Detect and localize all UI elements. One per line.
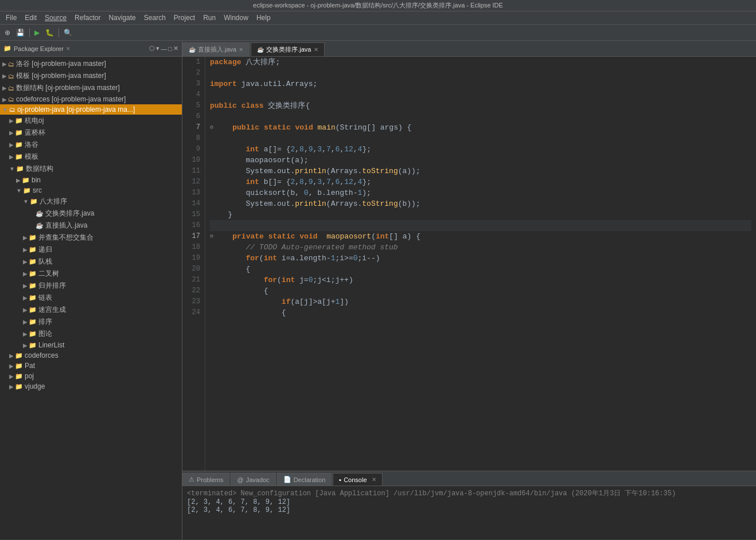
pe-controls: ⬡ ▾ — □ ✕: [149, 45, 178, 52]
code-line-19: for(int i=a.length-1;i>=0;i--): [210, 253, 751, 264]
tree-item-oj-problem-java[interactable]: ▼ 🗂 oj-problem-java [oj-problem-java ma.…: [0, 104, 182, 115]
tree-item-codeforces2[interactable]: ▶ 📁 codeforces: [0, 350, 182, 361]
code-indent: [210, 166, 245, 177]
bottom-tabs: ⚠ Problems @ Javadoc 📄 Declaration ▪ Con…: [182, 471, 756, 486]
bottom-tab-problems[interactable]: ⚠ Problems: [182, 473, 229, 486]
pe-menu-btn[interactable]: ▾: [156, 45, 159, 52]
tree-item-bin[interactable]: ▶ 📁 bin: [0, 175, 182, 185]
tree-label: 队栈: [38, 257, 52, 267]
project-icon: 🗂: [8, 61, 14, 68]
console-output-1: [2, 3, 4, 6, 7, 8, 9, 12]: [187, 498, 751, 506]
menu-edit[interactable]: Edit: [21, 13, 40, 23]
tree-item-digui[interactable]: ▶ 📁 递归: [0, 244, 182, 256]
bottom-tab-declaration[interactable]: 📄 Declaration: [277, 473, 332, 486]
tab-jiaohuan[interactable]: ☕ 交换类排序.java ✕: [251, 42, 324, 56]
tree-arrow: ▶: [23, 246, 28, 253]
menu-navigate[interactable]: Navigate: [105, 13, 139, 23]
tree-item-luogu[interactable]: ▶ 🗂 洛谷 [oj-problem-java master]: [0, 58, 182, 70]
code-text: (Arrays.: [326, 166, 362, 177]
problems-icon: ⚠: [189, 476, 194, 483]
tab-zhijie[interactable]: ☕ 直接插入.java ✕: [182, 42, 250, 56]
tree-item-moban[interactable]: ▶ 🗂 模板 [oj-problem-java master]: [0, 70, 182, 82]
tree-item-migong[interactable]: ▶ 📁 迷宫生成: [0, 304, 182, 316]
console-tab-close[interactable]: ✕: [372, 476, 376, 483]
menu-help[interactable]: Help: [253, 13, 274, 23]
tree-arrow: ▶: [16, 177, 21, 183]
tree-item-tulun[interactable]: ▶ 📁 图论: [0, 328, 182, 340]
project-icon: 🗂: [8, 85, 14, 92]
code-text: [295, 231, 299, 242]
kw-int3: int: [264, 253, 277, 264]
pe-collapse-btn[interactable]: ⬡: [149, 45, 155, 52]
tree-item-poj[interactable]: ▶ 📁 poj: [0, 371, 182, 381]
kw-import: import: [210, 79, 237, 89]
bottom-tab-console[interactable]: ▪ Console ✕: [333, 473, 382, 486]
tree-item-paixu[interactable]: ▶ 📁 排序: [0, 316, 182, 328]
toolbar-new-btn[interactable]: ⊕: [2, 28, 13, 38]
toolbar-search-btn[interactable]: 🔍: [61, 28, 75, 38]
tree-item-codeforces1[interactable]: ▶ 🗂 codeforces [oj-problem-java master]: [0, 94, 182, 104]
tree-arrow: ▼: [2, 107, 8, 113]
pe-min-btn[interactable]: —: [161, 45, 167, 52]
pe-max-btn[interactable]: □: [168, 45, 172, 52]
tree-label: 排序: [38, 317, 52, 327]
code-line-10: maopaosort(a);: [210, 155, 751, 166]
tree-item-jiaohuan[interactable]: ▶ ☕ 交换类排序.java: [0, 208, 182, 220]
toolbar: ⊕ 💾 ▶ 🐛 🔍: [0, 25, 756, 41]
tree-item-ercha[interactable]: ▶ 📁 二叉树: [0, 268, 182, 280]
code-indent: [210, 264, 245, 275]
folder-icon: 📁: [29, 258, 37, 265]
tree-item-bada[interactable]: ▼ 📁 八大排序: [0, 195, 182, 208]
code-line-24: {: [210, 307, 751, 318]
tree-item-guibing[interactable]: ▶ 📁 归并排序: [0, 280, 182, 292]
menu-window[interactable]: Window: [220, 13, 252, 23]
folder-icon: 📁: [15, 153, 23, 161]
method-tostring: toString: [362, 166, 398, 177]
tree-label: codeforces: [25, 351, 59, 359]
menu-source[interactable]: Source: [41, 13, 70, 23]
fold-marker-7[interactable]: ⊖: [210, 122, 213, 133]
tree-item-bingchaji[interactable]: ▶ 📁 并查集不想交集合: [0, 232, 182, 244]
code-text: (Arrays.: [326, 198, 362, 209]
tree-item-pat[interactable]: ▶ 📁 Pat: [0, 361, 182, 371]
code-line-20: {: [210, 264, 751, 275]
tree-item-vjudge[interactable]: ▶ 📁 vjudge: [0, 381, 182, 392]
tree-item-hangdian[interactable]: ▶ 📁 杭电oj: [0, 115, 182, 127]
tree-item-lanqiao[interactable]: ▶ 📁 蓝桥杯: [0, 127, 182, 139]
tree-label: 图论: [38, 329, 52, 339]
tree-arrow: ▶: [9, 384, 14, 390]
tree-item-moban2[interactable]: ▶ 📁 模板: [0, 151, 182, 163]
menu-search[interactable]: Search: [141, 13, 169, 23]
bottom-tab-javadoc[interactable]: @ Javadoc: [231, 473, 275, 486]
tree-item-luogu2[interactable]: ▶ 📁 洛谷: [0, 139, 182, 151]
tree-item-linerlist[interactable]: ▶ 📁 LinerList: [0, 340, 182, 350]
kw-public: public: [232, 122, 259, 133]
fold-marker-17[interactable]: ⊖: [210, 231, 213, 242]
tree-label: codeforces [oj-problem-java master]: [16, 95, 126, 103]
tree-item-zhijie[interactable]: ▶ ☕ 直接插入.java: [0, 220, 182, 232]
code-content[interactable]: package 八大排序; import java.util.Arrays; p…: [205, 57, 756, 471]
menu-run[interactable]: Run: [200, 13, 219, 23]
tree-arrow: ▼: [9, 166, 15, 172]
tree-item-lianbiao[interactable]: ▶ 📁 链表: [0, 292, 182, 304]
pe-close-btn[interactable]: ✕: [173, 45, 178, 52]
tree-arrow: ▶: [23, 307, 28, 313]
toolbar-save-btn[interactable]: 💾: [14, 28, 27, 38]
tab-close-jiaohuan[interactable]: ✕: [314, 46, 318, 53]
menu-project[interactable]: Project: [170, 13, 198, 23]
tree-item-duizhan[interactable]: ▶ 📁 队栈: [0, 256, 182, 268]
folder-icon: 📁: [29, 270, 37, 277]
code-editor[interactable]: 1 2 3 4 5 6 7 8 9 10 11 12 13 14 15 16 1: [182, 57, 756, 471]
tree-item-shujujiegou2[interactable]: ▼ 📁 数据结构: [0, 163, 182, 175]
javadoc-icon: @: [237, 476, 243, 483]
toolbar-debug-btn[interactable]: 🐛: [43, 28, 56, 38]
tree-item-shujujiegou[interactable]: ▶ 🗂 数据结构 [oj-problem-java master]: [0, 82, 182, 94]
folder-icon: 📁: [15, 129, 23, 136]
tree-item-src[interactable]: ▼ 📁 src: [0, 185, 182, 195]
code-indent: [210, 307, 282, 318]
tab-close-zhijie[interactable]: ✕: [239, 46, 243, 53]
menu-file[interactable]: File: [2, 13, 20, 23]
menu-refactor[interactable]: Refactor: [71, 13, 104, 23]
code-text: (a[j]>a[j+1]): [290, 296, 348, 307]
toolbar-run-btn[interactable]: ▶: [32, 28, 42, 38]
